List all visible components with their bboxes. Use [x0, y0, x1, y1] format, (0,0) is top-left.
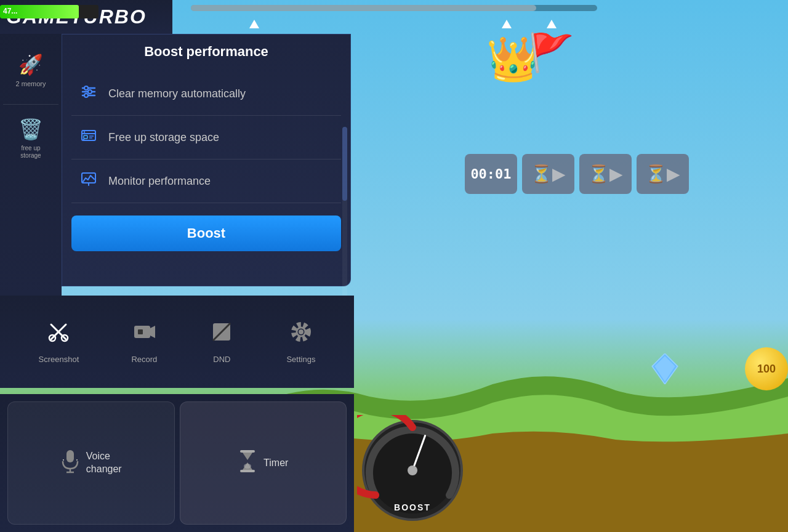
- toolbar-item-screenshot[interactable]: Screenshot: [39, 320, 79, 364]
- svg-text:BOOST: BOOST: [394, 502, 431, 512]
- game-timer-display[interactable]: 00:01: [465, 154, 517, 194]
- panel-clear-memory-text: Clear memory automatically: [108, 87, 246, 100]
- trash-icon: 🗑️: [18, 118, 43, 141]
- monitor-icon: [78, 171, 99, 191]
- coin-value: 100: [757, 363, 776, 376]
- sidebar-storage-label: free upstorage: [20, 145, 41, 159]
- flag-icon: 🚩: [528, 31, 574, 75]
- toolbar-item-settings[interactable]: Settings: [286, 320, 315, 364]
- svg-point-16: [88, 90, 92, 94]
- svg-point-6: [408, 465, 417, 475]
- dnd-label: DND: [213, 355, 230, 364]
- hourglass-play-icon-1: ⏳▶: [531, 164, 566, 184]
- svg-point-39: [299, 329, 304, 334]
- toolbar-item-dnd[interactable]: DND: [209, 320, 234, 364]
- record-icon: [132, 320, 156, 350]
- rocket-icon: 🚀: [18, 53, 43, 76]
- diamond-icon: [649, 353, 680, 384]
- track-arrow-3: [547, 20, 557, 28]
- panel-item-clear-memory[interactable]: Clear memory automatically: [71, 72, 341, 116]
- game-timer-btn-1[interactable]: ⏳▶: [522, 154, 574, 194]
- svg-rect-45: [240, 450, 255, 453]
- boost-button[interactable]: Boost: [71, 216, 341, 251]
- svg-rect-34: [138, 329, 143, 334]
- dnd-icon: [209, 320, 234, 350]
- hp-label: 47...: [0, 5, 20, 17]
- panel-item-monitor[interactable]: Monitor performance: [71, 159, 341, 203]
- mic-icon: [60, 449, 80, 478]
- panel-item-free-storage[interactable]: Free up storage space: [71, 116, 341, 159]
- svg-marker-2: [652, 353, 678, 384]
- voice-changer-label: Voicechanger: [86, 450, 122, 476]
- svg-rect-40: [66, 450, 74, 462]
- sidebar: 🚀 2 memory 🗑️ free upstorage: [0, 0, 62, 296]
- sidebar-memory-label: 2 memory: [16, 80, 46, 88]
- coin-icon: 100: [745, 347, 788, 390]
- hourglass-play-icon-2: ⏳▶: [588, 164, 623, 184]
- gear-icon: [289, 320, 313, 350]
- hourglass-play-icon-3: ⏳▶: [645, 164, 680, 184]
- svg-point-20: [83, 131, 84, 132]
- timer-hourglass-icon: [238, 449, 257, 478]
- sidebar-item-storage[interactable]: 🗑️ free upstorage: [3, 105, 58, 172]
- svg-marker-33: [150, 326, 155, 338]
- track-bar: [191, 5, 597, 11]
- settings-label: Settings: [286, 355, 315, 364]
- sliders-icon: [78, 83, 99, 104]
- boost-gauge: BOOST: [357, 415, 468, 526]
- bottom-toolbar: Screenshot Record DND: [0, 296, 354, 388]
- svg-point-47: [244, 464, 251, 469]
- timer-text: 00:01: [470, 166, 511, 182]
- bottom-cards: Voicechanger Timer: [0, 394, 354, 532]
- sidebar-item-memory[interactable]: 🚀 2 memory: [3, 37, 58, 105]
- game-timer-area: 00:01 ⏳▶ ⏳▶ ⏳▶: [465, 154, 689, 194]
- screenshot-label: Screenshot: [39, 355, 79, 364]
- scissors-icon: [46, 320, 71, 350]
- scroll-thumb: [342, 127, 347, 201]
- voice-changer-card[interactable]: Voicechanger: [7, 401, 175, 525]
- record-label: Record: [131, 355, 157, 364]
- game-timer-btn-3[interactable]: ⏳▶: [637, 154, 689, 194]
- panel-title: Boost performance: [71, 44, 341, 60]
- timer-card[interactable]: Timer: [180, 401, 347, 525]
- track-arrow-1: [249, 20, 259, 28]
- svg-point-15: [84, 86, 88, 90]
- timer-label: Timer: [263, 457, 288, 470]
- boost-panel: Boost performance Clear memory automatic…: [62, 34, 351, 286]
- svg-point-17: [84, 94, 88, 97]
- toolbar-item-record[interactable]: Record: [131, 320, 157, 364]
- panel-free-storage-text: Free up storage space: [108, 131, 219, 144]
- game-timer-btn-2[interactable]: ⏳▶: [579, 154, 632, 194]
- svg-rect-46: [240, 470, 255, 472]
- storage-icon: [78, 127, 99, 148]
- scroll-indicator: [342, 127, 347, 299]
- panel-monitor-text: Monitor performance: [108, 175, 211, 188]
- track-arrow-2: [502, 20, 512, 28]
